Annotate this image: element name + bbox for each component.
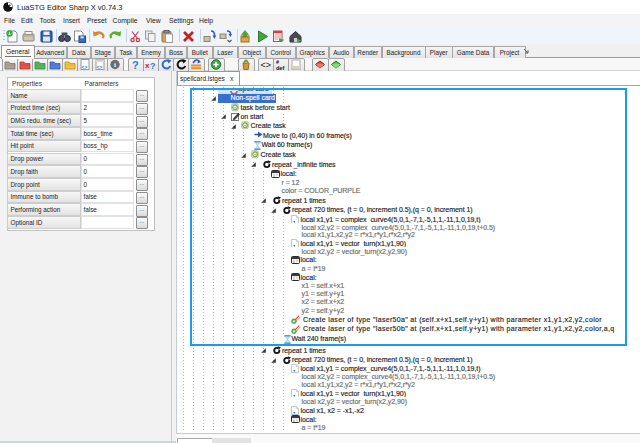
svg-text:?: ?	[132, 59, 139, 70]
svg-text:?: ?	[150, 60, 156, 69]
svg-text:<>: <>	[81, 63, 87, 69]
svg-text:def: def	[276, 64, 284, 70]
svg-text:<>: <>	[96, 63, 102, 69]
svg-text:<>: <>	[260, 60, 271, 70]
svg-text:i: i	[114, 61, 116, 69]
